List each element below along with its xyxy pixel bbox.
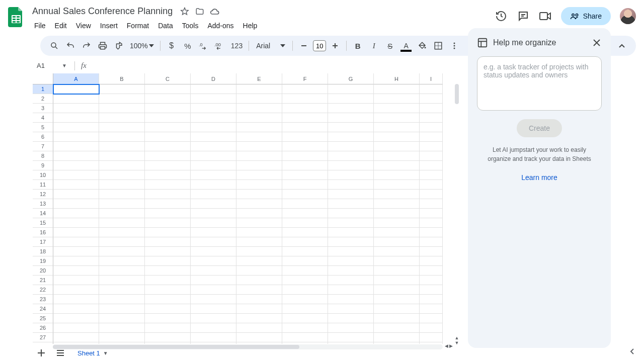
cell[interactable]: [191, 84, 236, 94]
cell[interactable]: [328, 314, 374, 323]
row-header[interactable]: 19: [33, 256, 53, 266]
cell[interactable]: [99, 323, 145, 333]
increase-decimal-icon[interactable]: .00: [213, 39, 227, 53]
cell[interactable]: [374, 285, 420, 295]
cell[interactable]: [282, 323, 328, 333]
cell[interactable]: [236, 199, 282, 209]
cell[interactable]: [145, 170, 191, 180]
sheet-tab-menu-icon[interactable]: ▼: [103, 350, 108, 356]
cell[interactable]: [420, 237, 443, 247]
row-header[interactable]: 13: [33, 199, 53, 209]
share-button[interactable]: Share: [561, 7, 611, 25]
cell[interactable]: [191, 295, 236, 304]
cell[interactable]: [191, 323, 236, 333]
row-header[interactable]: 9: [33, 161, 53, 170]
name-box[interactable]: A1 ▼: [32, 59, 71, 72]
collapse-toolbar-icon[interactable]: [615, 39, 629, 53]
search-menus-icon[interactable]: [47, 39, 61, 53]
cell[interactable]: [99, 142, 145, 151]
italic-icon[interactable]: I: [367, 39, 381, 53]
cell[interactable]: [282, 285, 328, 295]
cell[interactable]: [374, 333, 420, 342]
cell[interactable]: [374, 323, 420, 333]
cell[interactable]: [99, 314, 145, 323]
row-header[interactable]: 17: [33, 237, 53, 247]
cell[interactable]: [145, 218, 191, 228]
cell[interactable]: [420, 295, 443, 304]
history-icon[interactable]: [495, 10, 508, 23]
cell[interactable]: [420, 218, 443, 228]
cell[interactable]: [282, 266, 328, 276]
cell[interactable]: [191, 237, 236, 247]
cell[interactable]: [145, 314, 191, 323]
cell[interactable]: [328, 190, 374, 199]
fx-icon[interactable]: fx: [78, 61, 90, 70]
cell[interactable]: [236, 123, 282, 132]
cell[interactable]: [374, 276, 420, 285]
column-header[interactable]: C: [145, 73, 191, 84]
cell[interactable]: [374, 266, 420, 276]
cell[interactable]: [282, 151, 328, 161]
cell[interactable]: [191, 266, 236, 276]
zoom-select[interactable]: 100%: [128, 42, 156, 50]
cell[interactable]: [236, 285, 282, 295]
cell[interactable]: [328, 247, 374, 256]
cell[interactable]: [145, 285, 191, 295]
cell[interactable]: [328, 266, 374, 276]
cell[interactable]: [282, 218, 328, 228]
cell[interactable]: [191, 94, 236, 104]
cell[interactable]: [99, 266, 145, 276]
cell[interactable]: [145, 199, 191, 209]
cell[interactable]: [374, 199, 420, 209]
cell[interactable]: [145, 113, 191, 123]
column-header[interactable]: D: [191, 73, 236, 84]
cell[interactable]: [328, 237, 374, 247]
row-header[interactable]: 5: [33, 123, 53, 132]
percent-icon[interactable]: %: [181, 39, 195, 53]
cell[interactable]: [282, 170, 328, 180]
cell[interactable]: [145, 237, 191, 247]
row-header[interactable]: 1: [33, 84, 53, 94]
cell[interactable]: [328, 161, 374, 170]
cell[interactable]: [328, 285, 374, 295]
cell[interactable]: [53, 218, 99, 228]
cell[interactable]: [420, 132, 443, 142]
menu-insert[interactable]: Insert: [96, 20, 122, 32]
cell[interactable]: [236, 142, 282, 151]
cell[interactable]: [99, 256, 145, 266]
cell[interactable]: [145, 132, 191, 142]
cell[interactable]: [374, 84, 420, 94]
column-header[interactable]: I: [420, 73, 443, 84]
expand-side-panel-icon[interactable]: [628, 347, 637, 356]
cell[interactable]: [282, 228, 328, 237]
cell[interactable]: [374, 132, 420, 142]
learn-more-link[interactable]: Learn more: [477, 173, 602, 182]
undo-icon[interactable]: [63, 39, 77, 53]
cell[interactable]: [328, 295, 374, 304]
cell[interactable]: [53, 123, 99, 132]
cell[interactable]: [99, 218, 145, 228]
cell[interactable]: [420, 113, 443, 123]
cell[interactable]: [236, 209, 282, 218]
cell[interactable]: [420, 161, 443, 170]
cell[interactable]: [420, 180, 443, 190]
cell[interactable]: [420, 199, 443, 209]
row-header[interactable]: 24: [33, 304, 53, 314]
row-header[interactable]: 3: [33, 104, 53, 113]
cell[interactable]: [53, 190, 99, 199]
cell[interactable]: [282, 123, 328, 132]
cell[interactable]: [145, 180, 191, 190]
cell[interactable]: [191, 113, 236, 123]
cell[interactable]: [420, 323, 443, 333]
cell[interactable]: [420, 314, 443, 323]
decrease-font-size-icon[interactable]: [297, 39, 311, 53]
cell[interactable]: [53, 247, 99, 256]
cell[interactable]: [328, 170, 374, 180]
cell[interactable]: [53, 228, 99, 237]
menu-help[interactable]: Help: [239, 20, 262, 32]
close-panel-icon[interactable]: [592, 38, 602, 48]
cell[interactable]: [53, 161, 99, 170]
cell[interactable]: [374, 237, 420, 247]
menu-addons[interactable]: Add-ons: [203, 20, 237, 32]
cell[interactable]: [420, 151, 443, 161]
